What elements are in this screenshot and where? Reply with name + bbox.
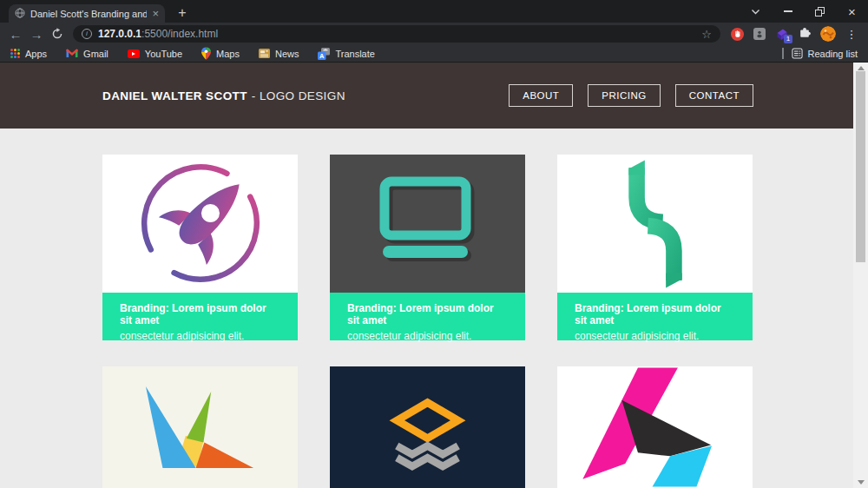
card-layers[interactable] (330, 366, 525, 488)
card-letter-h[interactable] (557, 366, 753, 488)
bookmark-youtube[interactable]: YouTube (128, 49, 182, 59)
tab-title: Daniel Scott's Branding and Logo (30, 9, 147, 19)
maps-pin-icon (201, 47, 211, 60)
pricing-button[interactable]: PRICING (588, 84, 660, 107)
youtube-icon (128, 49, 140, 58)
card-caption: Branding: Lorem ipsum dolor sit amet con… (557, 293, 753, 340)
bookmark-gmail[interactable]: Gmail (66, 49, 108, 59)
browser-tab[interactable]: Daniel Scott's Branding and Logo × (9, 4, 165, 23)
tab-close-icon[interactable]: × (152, 8, 159, 19)
rocket-logo-image (102, 155, 298, 293)
bookmark-apps[interactable]: Apps (10, 49, 47, 59)
chrome-menu-icon[interactable]: ⋮ (845, 28, 858, 41)
site-info-icon[interactable]: i (82, 29, 92, 39)
globe-favicon-icon (15, 6, 25, 22)
new-tab-button[interactable]: + (172, 3, 193, 23)
layers-icon (330, 366, 525, 488)
translate-icon: A (318, 48, 330, 60)
adblock-extension-icon[interactable] (731, 28, 744, 41)
restore-button[interactable] (804, 0, 836, 23)
bookmark-news[interactable]: News (259, 49, 299, 59)
bookmark-star-icon[interactable]: ☆ (701, 28, 712, 41)
refresh-button[interactable] (47, 28, 68, 40)
chevron-down-icon (751, 8, 760, 16)
layers-logo-image (330, 366, 525, 488)
card-origami-bird[interactable] (102, 366, 298, 488)
bookmark-translate[interactable]: A Translate (318, 48, 374, 60)
origami-bird-icon (102, 366, 298, 488)
back-button[interactable]: ← (5, 27, 26, 42)
page-title: DANIEL WALTER SCOTT- LOGO DESIGN (102, 89, 345, 102)
extension-icon-with-badge[interactable]: 1 (775, 28, 789, 41)
site-nav: ABOUT PRICING CONTACT (509, 84, 753, 107)
letter-h-logo-image (557, 366, 753, 488)
origami-bird-logo-image (102, 366, 298, 488)
apps-grid-icon (10, 49, 20, 58)
minimize-icon (784, 10, 792, 12)
extension-icon[interactable] (753, 28, 766, 40)
window-close-button[interactable]: × (836, 0, 868, 23)
rocket-icon (130, 155, 271, 293)
site-header: DANIEL WALTER SCOTT- LOGO DESIGN ABOUT P… (0, 63, 853, 129)
bookmark-maps[interactable]: Maps (201, 47, 240, 60)
page-scrollbar[interactable] (853, 63, 868, 488)
address-bar[interactable]: i 127.0.0.1:5500/index.html ☆ (73, 25, 720, 43)
card-caption: Branding: Lorem ipsum dolor sit amet con… (330, 293, 525, 340)
card-caption: Branding: Lorem ipsum dolor sit amet con… (102, 293, 298, 340)
scrollbar-thumb[interactable] (856, 71, 865, 262)
minimize-button[interactable] (772, 0, 804, 23)
extension-badge: 1 (784, 35, 792, 43)
web-page: DANIEL WALTER SCOTT- LOGO DESIGN ABOUT P… (0, 63, 853, 488)
browser-titlebar: Daniel Scott's Branding and Logo × + × (0, 0, 868, 23)
svg-text:A: A (319, 51, 325, 59)
reading-list-icon (792, 48, 803, 59)
bookmarks-divider (782, 48, 784, 59)
reading-list-button[interactable]: Reading list (792, 48, 858, 59)
news-icon (259, 49, 270, 58)
refresh-icon (51, 28, 63, 40)
ribbon-logo-image (557, 155, 753, 293)
contact-button[interactable]: CONTACT (675, 84, 753, 107)
url-text: 127.0.0.1:5500/index.html (98, 28, 695, 40)
forward-button[interactable]: → (26, 27, 47, 42)
laptop-logo-image (330, 155, 525, 293)
letter-h-icon (557, 366, 753, 488)
ribbon-icon (590, 159, 720, 289)
about-button[interactable]: ABOUT (509, 84, 573, 107)
card-ribbon[interactable]: Branding: Lorem ipsum dolor sit amet con… (557, 155, 753, 340)
profile-avatar[interactable] (820, 26, 836, 42)
tab-search-button[interactable] (740, 0, 772, 23)
card-laptop[interactable]: Branding: Lorem ipsum dolor sit amet con… (330, 155, 525, 340)
laptop-icon (337, 155, 519, 293)
browser-toolbar: ← → i 127.0.0.1:5500/index.html ☆ 1 ⋮ (0, 23, 868, 45)
scroll-up-icon[interactable] (858, 66, 865, 70)
bookmarks-bar: Apps Gmail YouTube Maps News A Translate… (0, 45, 868, 63)
portfolio-grid: Branding: Lorem ipsum dolor sit amet con… (102, 155, 753, 488)
extensions-puzzle-icon[interactable] (799, 26, 811, 42)
card-rocket[interactable]: Branding: Lorem ipsum dolor sit amet con… (102, 155, 298, 340)
restore-icon (815, 7, 825, 16)
scroll-down-icon[interactable] (858, 480, 865, 485)
gmail-icon (66, 49, 78, 58)
